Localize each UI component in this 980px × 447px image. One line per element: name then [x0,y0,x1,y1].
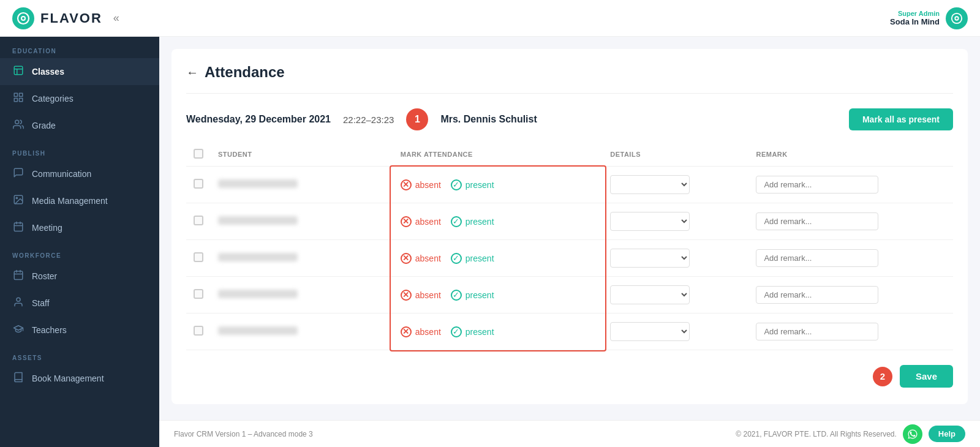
row-checkbox-cell-0 [186,167,211,203]
row-checkbox-cell-3 [186,277,211,314]
user-avatar[interactable] [946,7,968,29]
mark-attendance-cell-3: ✕ absent ✓ present [393,277,603,314]
student-cell-4 [211,314,393,350]
details-select-1[interactable] [610,212,690,231]
mark-attendance-cell-1: ✕ absent ✓ present [393,203,603,240]
remark-cell-3 [748,277,953,314]
absent-label-3: absent [415,290,441,300]
present-label-1: present [466,217,494,227]
sidebar-item-teachers[interactable]: Teachers [0,317,159,344]
absent-button-3[interactable]: ✕ absent [401,290,441,301]
present-icon-2: ✓ [451,253,462,264]
sidebar-item-media-management[interactable]: Media Management [0,187,159,214]
present-label-0: present [466,180,494,190]
mark-attendance-cell-2: ✕ absent ✓ present [393,240,603,277]
remark-cell-2 [748,240,953,277]
absent-label-0: absent [415,180,441,190]
whatsapp-button[interactable] [903,424,922,444]
footer-copyright: © 2021, FLAVOR PTE. LTD. All Rights Rese… [736,430,897,438]
save-button[interactable]: Save [900,365,953,388]
svg-rect-20 [14,271,23,280]
remark-input-0[interactable] [756,176,878,193]
remark-input-4[interactable] [756,323,878,340]
remark-input-3[interactable] [756,286,878,304]
sidebar-item-roster[interactable]: Roster [0,263,159,290]
student-cell-3 [211,277,393,314]
sidebar-item-communication[interactable]: Communication [0,160,159,187]
present-button-2[interactable]: ✓ present [451,253,494,264]
absent-button-2[interactable]: ✕ absent [401,253,441,264]
sidebar-item-classes-label: Classes [32,67,64,77]
present-icon-3: ✓ [451,290,462,301]
sidebar-item-staff[interactable]: Staff [0,290,159,317]
communication-icon [12,167,24,181]
details-select-3[interactable] [610,285,690,304]
sidebar-item-teachers-label: Teachers [32,325,67,335]
details-select-2[interactable] [610,249,690,268]
user-name: Soda In Mind [890,17,940,26]
absent-button-1[interactable]: ✕ absent [401,216,441,227]
svg-rect-16 [14,223,23,231]
sidebar-item-media-management-label: Media Management [32,196,108,206]
attendance-table: STUDENT MARK ATTENDANCE DETAILS REMARK [186,143,953,350]
classes-icon [12,65,24,78]
absent-icon-0: ✕ [401,179,412,190]
row-checkbox-3[interactable] [194,289,203,299]
teachers-icon [12,323,24,337]
present-label-4: present [466,327,494,337]
sidebar-item-communication-label: Communication [32,169,91,179]
col-header-student: STUDENT [211,143,393,167]
table-row: ✕ absent ✓ present [186,203,953,240]
sidebar-item-book-management[interactable]: Book Management [0,365,159,392]
svg-rect-6 [14,66,23,75]
sidebar-section-publish: PUBLISH [0,139,159,160]
help-button[interactable]: Help [929,426,965,442]
roster-icon [12,269,24,283]
table-row: ✕ absent ✓ present [186,277,953,314]
mark-all-present-button[interactable]: Mark all as present [849,108,953,130]
col-header-details: DETAILS [603,143,748,167]
badge-2: 2 [873,367,892,386]
sidebar-item-grade-label: Grade [32,121,56,130]
remark-input-1[interactable] [756,212,878,230]
svg-point-5 [956,17,958,20]
absent-label-4: absent [415,327,441,337]
page-title-bar: ← Attendance [186,64,953,94]
sidebar-item-meeting[interactable]: Meeting [0,214,159,241]
present-button-0[interactable]: ✓ present [451,179,494,190]
sidebar-item-classes[interactable]: Classes [0,58,159,85]
absent-button-4[interactable]: ✕ absent [401,326,441,337]
absent-icon-1: ✕ [401,216,412,227]
present-button-1[interactable]: ✓ present [451,216,494,227]
main-layout: EDUCATION Classes Categories Grade PUBLI… [0,37,980,447]
row-checkbox-1[interactable] [194,216,203,225]
sidebar-item-grade[interactable]: Grade [0,112,159,139]
back-button[interactable]: ← [186,66,198,80]
sidebar-item-staff-label: Staff [32,298,50,308]
collapse-button[interactable]: « [113,12,119,24]
remark-cell-4 [748,314,953,350]
table-row: ✕ absent ✓ present [186,314,953,350]
sidebar-section-workforce: WORKFORCE [0,241,159,263]
svg-rect-10 [20,93,23,96]
present-button-3[interactable]: ✓ present [451,290,494,301]
svg-point-2 [22,17,24,20]
header-checkbox[interactable] [194,149,203,159]
row-checkbox-4[interactable] [194,326,203,336]
row-checkbox-0[interactable] [194,179,203,189]
user-info: Super Admin Soda In Mind [890,10,940,26]
sidebar-item-categories[interactable]: Categories [0,85,159,112]
absent-button-0[interactable]: ✕ absent [401,179,441,190]
page-title: Attendance [205,64,285,81]
footer-version: Flavor CRM Version 1 – Advanced mode 3 [174,430,313,438]
present-label-3: present [466,290,494,300]
details-select-0[interactable] [610,175,690,194]
absent-label-1: absent [415,217,441,227]
col-header-remark: REMARK [748,143,953,167]
present-button-4[interactable]: ✓ present [451,326,494,337]
remark-input-2[interactable] [756,249,878,267]
details-select-4[interactable] [610,322,690,341]
details-cell-2 [603,240,748,277]
student-name-2 [218,253,298,261]
row-checkbox-2[interactable] [194,252,203,262]
